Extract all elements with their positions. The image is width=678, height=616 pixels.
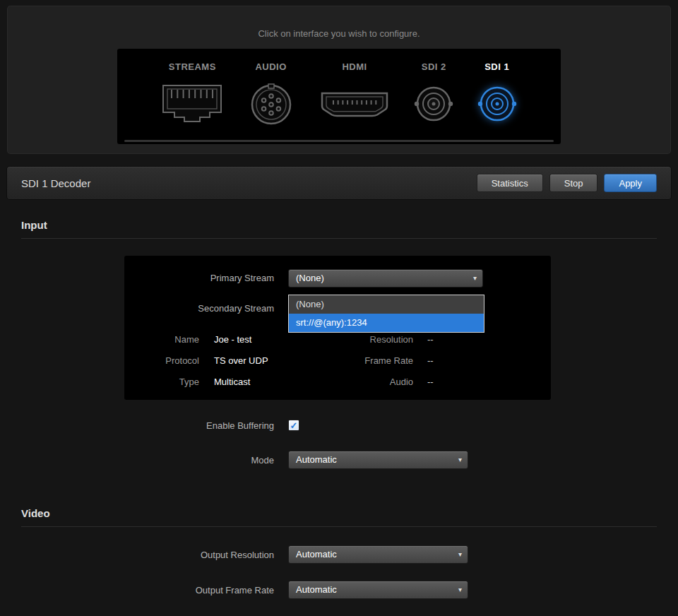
header-actions: Statistics Stop Apply [477, 174, 657, 192]
mode-row: Mode Automatic ▾ [7, 451, 671, 469]
interface-streams-label: STREAMS [169, 61, 216, 72]
video-section-heading: Video [21, 507, 657, 527]
enable-buffering-label: Enable Buffering [7, 420, 274, 431]
stream-select-menu: (None) srt://@(any):1234 [288, 295, 484, 333]
device-rear-panel: STREAMS AUDIO [117, 49, 561, 144]
enable-buffering-row: Enable Buffering ✓ [7, 420, 671, 431]
menu-option-none[interactable]: (None) [289, 295, 484, 314]
chevron-down-icon: ▾ [458, 581, 462, 598]
input-section-heading: Input [21, 219, 657, 239]
statistics-button[interactable]: Statistics [477, 174, 543, 192]
output-frame-rate-label: Output Frame Rate [7, 585, 274, 596]
enable-buffering-checkbox[interactable]: ✓ [288, 420, 299, 431]
bnc-connector-icon-selected [477, 78, 518, 130]
resolution-value: -- [427, 331, 434, 348]
interface-audio[interactable]: AUDIO [246, 61, 296, 130]
page-title: SDI 1 Decoder [21, 177, 90, 189]
primary-stream-label: Primary Stream [124, 269, 274, 288]
frame-rate-value: -- [427, 353, 434, 369]
audio-value: -- [427, 374, 434, 391]
mode-dropdown[interactable]: Automatic ▾ [288, 451, 468, 469]
interface-sdi2-label: SDI 2 [422, 61, 446, 72]
menu-option-srt[interactable]: srt://@(any):1234 [289, 314, 484, 332]
decoder-header-bar: SDI 1 Decoder Statistics Stop Apply [7, 167, 671, 199]
output-frame-rate-dropdown[interactable]: Automatic ▾ [288, 581, 468, 599]
chevron-down-icon: ▾ [458, 546, 462, 563]
apply-button[interactable]: Apply [604, 174, 657, 192]
primary-stream-value: (None) [296, 273, 324, 283]
output-resolution-label: Output Resolution [7, 550, 274, 560]
output-frame-rate-value: Automatic [296, 584, 337, 595]
interface-hdmi-label: HDMI [342, 61, 367, 72]
interface-hdmi[interactable]: HDMI [318, 61, 391, 130]
secondary-stream-label: Secondary Stream [124, 300, 274, 318]
stream-config-panel: Primary Stream (None) ▾ Secondary Stream… [124, 256, 551, 400]
interface-sdi2[interactable]: SDI 2 [413, 61, 454, 130]
interface-chooser-panel: Click on interface you wish to configure… [7, 6, 671, 154]
hdmi-icon [318, 78, 391, 130]
chooser-instruction: Click on interface you wish to configure… [7, 28, 671, 39]
ethernet-icon [160, 78, 224, 130]
chevron-down-icon: ▾ [458, 451, 462, 468]
mode-label: Mode [7, 455, 274, 466]
audio-label: Audio [124, 374, 413, 391]
output-resolution-value: Automatic [296, 549, 337, 559]
resolution-label: Resolution [124, 331, 413, 348]
output-resolution-row: Output Resolution Automatic ▾ [7, 545, 671, 564]
check-icon: ✓ [290, 420, 298, 431]
stop-button[interactable]: Stop [549, 174, 598, 192]
mode-value: Automatic [296, 454, 337, 465]
audio-connector-icon [246, 78, 296, 130]
bnc-connector-icon [413, 78, 454, 130]
frame-rate-label: Frame Rate [124, 353, 413, 369]
interface-sdi1-label: SDI 1 [484, 61, 509, 72]
interface-sdi1[interactable]: SDI 1 [477, 61, 518, 130]
primary-stream-dropdown[interactable]: (None) ▾ [288, 269, 483, 288]
output-resolution-dropdown[interactable]: Automatic ▾ [288, 545, 468, 564]
interface-streams[interactable]: STREAMS [160, 61, 224, 130]
output-frame-rate-row: Output Frame Rate Automatic ▾ [7, 581, 671, 599]
interface-audio-label: AUDIO [255, 61, 286, 72]
chevron-down-icon: ▾ [473, 270, 477, 287]
